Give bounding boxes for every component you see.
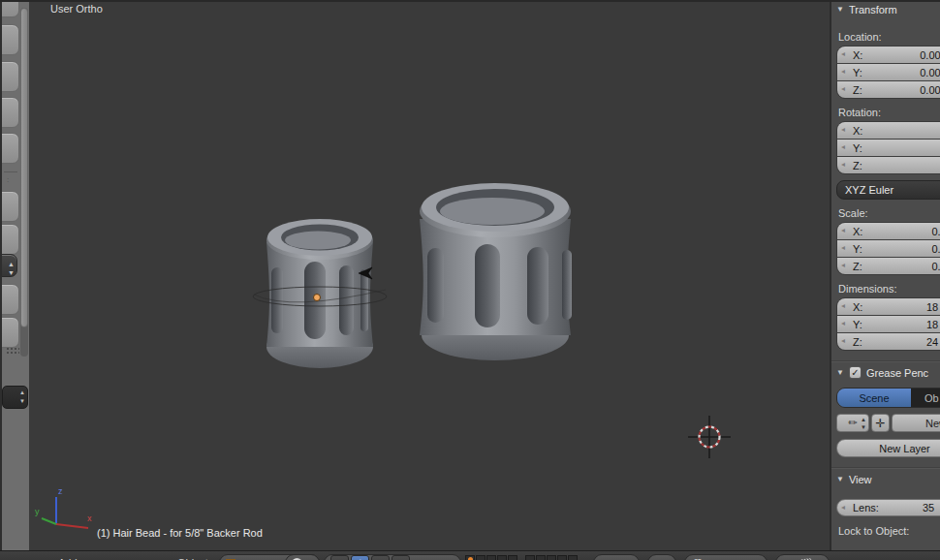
layer-toggle[interactable] bbox=[486, 555, 496, 560]
view-title: View bbox=[849, 474, 872, 485]
field-value: 0.00000 bbox=[920, 67, 940, 78]
bead-large[interactable] bbox=[420, 183, 572, 360]
axis-label: X: bbox=[853, 226, 862, 237]
shelf-scrollbar[interactable] bbox=[20, 8, 28, 357]
tool-shelf[interactable]: : ▲▼ ▲▼ bbox=[0, 0, 29, 550]
scale-y-field[interactable]: Y: 0.973 bbox=[837, 240, 940, 257]
collapse-triangle-icon[interactable]: ▼ bbox=[836, 368, 844, 377]
tool-button[interactable] bbox=[0, 61, 19, 92]
field-value: 0.00000 bbox=[920, 84, 940, 96]
scale-manipulator-button[interactable]: ▣ bbox=[392, 555, 410, 560]
lens-label: Lens: bbox=[853, 502, 879, 513]
location-x-field[interactable]: X: 0.00000 bbox=[837, 47, 940, 63]
layer-toggle[interactable] bbox=[568, 555, 578, 560]
translate-manipulator-button[interactable]: ✥ bbox=[351, 555, 369, 560]
properties-panel[interactable]: ▼ Transform Location: X: 0.00000 Y: 0.00… bbox=[830, 0, 940, 560]
number-stepper[interactable]: ▲▼ bbox=[0, 254, 17, 277]
rotation-mode-dropdown[interactable]: XYZ Euler bbox=[836, 180, 940, 200]
stepper-arrows-icon[interactable]: ▲▼ bbox=[19, 389, 25, 406]
scrollbar-thumb[interactable] bbox=[20, 8, 28, 327]
view-panel-header[interactable]: ▼ View bbox=[836, 471, 940, 487]
tool-button[interactable] bbox=[0, 284, 19, 315]
shelf-dropdown[interactable]: ▲▼ bbox=[2, 386, 28, 409]
field-value: 18 bbox=[926, 319, 938, 330]
location-fields: X: 0.00000 Y: 0.00000 Z: 0.00000 bbox=[836, 46, 940, 99]
scale-x-field[interactable]: X: 0.973 bbox=[837, 223, 940, 239]
bead-small[interactable] bbox=[266, 219, 373, 368]
layer-toggle[interactable] bbox=[497, 555, 507, 560]
field-value: 0.00000 bbox=[920, 49, 940, 61]
dimensions-x-field[interactable]: X: 18 bbox=[837, 298, 940, 315]
transform-panel-header[interactable]: ▼ Transform bbox=[836, 1, 940, 17]
tab-scene[interactable]: Scene bbox=[837, 389, 911, 407]
grease-pencil-panel-header[interactable]: ▼ ✓ Grease Penc bbox=[836, 364, 940, 381]
layer-toggle[interactable] bbox=[476, 555, 486, 560]
tab-label: Ob bbox=[924, 392, 939, 404]
object-origin-dot bbox=[314, 295, 321, 301]
collapse-triangle-icon[interactable]: ▼ bbox=[836, 475, 844, 483]
panel-resize-grip[interactable] bbox=[6, 347, 19, 355]
collapse-triangle-icon[interactable]: ▼ bbox=[836, 5, 844, 14]
layer-toggle[interactable] bbox=[508, 555, 517, 560]
field-value: 0.973 bbox=[931, 226, 940, 237]
axis-label: Z: bbox=[853, 336, 862, 348]
layer-toggle[interactable] bbox=[547, 555, 556, 560]
tool-button[interactable] bbox=[0, 97, 19, 128]
pencil-datablock-dropdown[interactable]: ✏ ▲▼ bbox=[836, 414, 869, 432]
location-label: Location: bbox=[838, 31, 940, 43]
scale-z-field[interactable]: Z: 0.776 bbox=[837, 258, 940, 274]
grease-pencil-source-tabs: Scene Ob bbox=[836, 388, 940, 408]
dimensions-y-field[interactable]: Y: 18 bbox=[837, 316, 940, 332]
lens-field[interactable]: Lens: 35 bbox=[836, 499, 940, 516]
axis-z-label: z bbox=[58, 486, 63, 496]
viewport-3d[interactable]: z x y bbox=[0, 0, 940, 560]
axis-label: Y: bbox=[853, 243, 862, 255]
tool-button[interactable] bbox=[0, 0, 19, 17]
axis-label: Z: bbox=[853, 84, 862, 96]
rotation-y-field[interactable]: Y: 0° bbox=[837, 140, 940, 156]
proportional-edit-dropdown[interactable]: ◎ bbox=[647, 554, 676, 560]
tool-button[interactable] bbox=[0, 133, 19, 164]
3d-cursor bbox=[688, 416, 731, 458]
field-value: 18 bbox=[926, 301, 938, 313]
rotation-x-field[interactable]: X: 0° bbox=[837, 122, 940, 139]
tool-button[interactable] bbox=[0, 224, 19, 255]
field-value: 24 bbox=[926, 336, 938, 348]
rotate-manipulator-button[interactable]: ↻ bbox=[371, 555, 390, 560]
location-z-field[interactable]: Z: 0.00000 bbox=[837, 81, 940, 98]
axis-label: X: bbox=[853, 49, 862, 61]
new-datablock-button[interactable]: New bbox=[892, 414, 940, 432]
new-layer-button[interactable]: New Layer bbox=[836, 439, 940, 457]
lens-value: 35 bbox=[923, 502, 934, 513]
layer-toggle[interactable] bbox=[525, 555, 535, 560]
axis-label: X: bbox=[853, 301, 862, 313]
new-button-label: New bbox=[925, 418, 940, 429]
tab-object[interactable]: Ob bbox=[911, 389, 940, 407]
layer-toggle[interactable] bbox=[536, 555, 546, 560]
checkbox-checked-icon[interactable]: ✓ bbox=[849, 366, 862, 379]
section-separator bbox=[831, 360, 940, 361]
viewport-header-bar[interactable]: Add Object Object Mode ▲ ▲ ✥ ↻ ▣ Global … bbox=[0, 550, 940, 560]
axis-label: Y: bbox=[853, 142, 862, 154]
dimensions-z-field[interactable]: Z: 24 bbox=[837, 333, 940, 350]
axis-label: Y: bbox=[853, 319, 862, 330]
manipulator-group: ✥ ↻ ▣ Global ▲ bbox=[324, 554, 461, 560]
stepper-arrows-icon[interactable]: ▲▼ bbox=[861, 416, 866, 431]
tool-button[interactable] bbox=[0, 191, 19, 222]
rotation-z-field[interactable]: Z: 0° bbox=[837, 157, 940, 173]
layer-toggle[interactable] bbox=[465, 555, 475, 560]
view-name-label: User Ortho bbox=[50, 3, 103, 15]
shelf-divider bbox=[4, 171, 17, 172]
tool-button[interactable] bbox=[0, 317, 19, 348]
lock-to-object-label: Lock to Object: bbox=[838, 525, 940, 537]
layer-toggle[interactable] bbox=[557, 555, 567, 560]
new-layer-label: New Layer bbox=[879, 443, 930, 454]
axis-label: Y: bbox=[853, 67, 862, 78]
shading-dropdown[interactable]: ▲ bbox=[285, 554, 320, 560]
plus-icon[interactable]: ✛ bbox=[871, 414, 890, 432]
axis-y-label: y bbox=[35, 507, 40, 516]
location-y-field[interactable]: Y: 0.00000 bbox=[837, 64, 940, 80]
scale-label: Scale: bbox=[838, 207, 940, 219]
pivot-center-icon[interactable] bbox=[330, 555, 349, 560]
tool-button[interactable] bbox=[0, 24, 19, 55]
